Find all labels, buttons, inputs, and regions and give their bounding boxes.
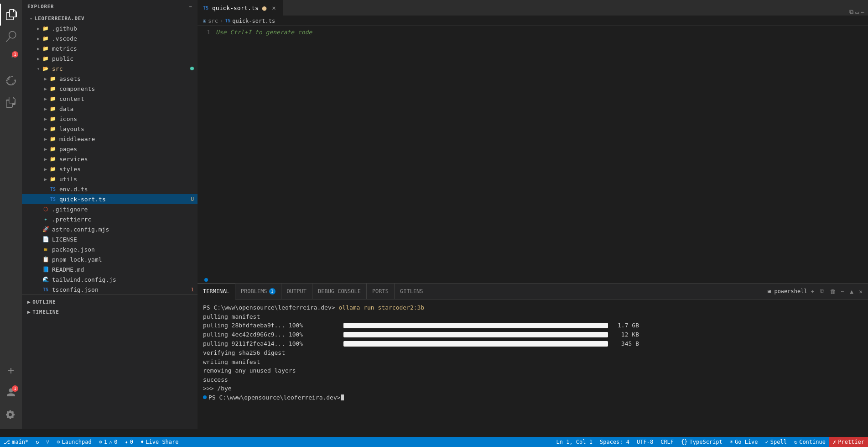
terminal-line-verifying: verifying sha256 digest — [203, 348, 863, 358]
root-folder-label: LEOFERREIRA.DEV — [35, 16, 84, 21]
terminal-more-icon[interactable]: ⋯ — [839, 288, 847, 295]
sidebar-bottom: ▶ OUTLINE ▶ TIMELINE — [22, 294, 198, 319]
tree-item-layouts[interactable]: ▶ 📁 layouts — [22, 124, 198, 134]
terminal-tab-ports[interactable]: PORTS — [367, 284, 395, 300]
tab-bar: TS quick-sort.ts ● ✕ ⧉ ▭ ⋯ — [198, 0, 868, 16]
spell-icon: ✓ — [765, 439, 769, 445]
activity-bar-remote[interactable] — [0, 360, 22, 382]
breadcrumb-src-label: src — [208, 18, 218, 24]
tree-item-services[interactable]: ▶ 📁 services — [22, 154, 198, 164]
terminal-tab-debug[interactable]: DEBUG CONSOLE — [312, 284, 367, 300]
toggle-panel-icon[interactable]: ▭ — [855, 9, 859, 16]
activity-bar-settings[interactable] — [0, 404, 22, 426]
progress-label-2: pulling 4ec42cd966c9... 100% — [203, 330, 340, 339]
status-spaces[interactable]: Spaces: 4 — [596, 437, 633, 447]
tree-item-components[interactable]: ▶ 📁 components — [22, 84, 198, 94]
tree-item-data[interactable]: ▶ 📁 data — [22, 104, 198, 114]
item-label-github: .github — [52, 25, 198, 32]
status-spell[interactable]: ✓ Spell — [762, 437, 790, 447]
tree-item-assets[interactable]: ▶ 📁 assets — [22, 74, 198, 84]
tree-item-prettierrc[interactable]: ▶ ✦ .prettierrc — [22, 214, 198, 224]
editor-body: 1 Use Ctrl+I to generate code TERMINAL P… — [198, 26, 868, 429]
activity-bar-search[interactable] — [0, 26, 22, 47]
tree-item-gitignore[interactable]: ▶ ⬡ .gitignore — [22, 204, 198, 214]
terminal-trash-icon[interactable]: 🗑 — [828, 288, 837, 295]
split-editor-icon[interactable]: ⧉ — [849, 8, 853, 16]
item-label-services: services — [59, 156, 198, 163]
tree-item-quick-sort[interactable]: ▶ TS quick-sort.ts U — [22, 194, 198, 204]
tree-root-folder[interactable]: ▾ LEOFERREIRA.DEV — [22, 13, 198, 23]
folder-icon: 📁 — [42, 55, 49, 62]
terminal-tab-terminal[interactable]: TERMINAL — [198, 284, 235, 300]
status-branch[interactable]: ⎇ main* — [0, 437, 32, 447]
tree-item-license[interactable]: ▶ 📄 LICENSE — [22, 234, 198, 244]
tree-item-tailwind[interactable]: ▶ 🌊 tailwind.config.js — [22, 274, 198, 284]
spell-label: Spell — [770, 439, 787, 445]
terminal-tab-problems[interactable]: PROBLEMS 1 — [235, 284, 281, 300]
timeline-section-header[interactable]: ▶ TIMELINE — [22, 307, 198, 317]
terminal-content[interactable]: PS C:\www\opensource\leoferreira.dev> ol… — [198, 300, 868, 429]
terminal-maximize-icon[interactable]: ▲ — [848, 288, 855, 295]
arrow-right-icon: ▶ — [35, 45, 42, 52]
powershell-label: ⊞ powershell — [768, 288, 807, 294]
arrow-right-icon: ▶ — [35, 55, 42, 62]
tab-quick-sort[interactable]: TS quick-sort.ts ● ✕ — [198, 0, 283, 16]
tree-item-tsconfig[interactable]: ▶ TS tsconfig.json 1 — [22, 284, 198, 294]
arrow-right-icon: ▶ — [42, 155, 49, 163]
status-fork[interactable]: ⑂ — [42, 437, 53, 447]
status-position[interactable]: Ln 1, Col 1 — [553, 437, 596, 447]
tree-item-public[interactable]: ▶ 📁 public — [22, 53, 198, 63]
tree-item-readme[interactable]: ▶ 📘 README.md — [22, 264, 198, 274]
tailwind-icon: 🌊 — [42, 276, 49, 283]
editor-code-area[interactable]: 1 Use Ctrl+I to generate code — [198, 26, 868, 283]
tree-item-icons[interactable]: ▶ 📁 icons — [22, 114, 198, 124]
terminal-add-icon[interactable]: + — [809, 288, 816, 295]
tree-item-middleware[interactable]: ▶ 📁 middleware — [22, 134, 198, 144]
status-sync[interactable]: ↻ — [32, 437, 42, 447]
item-label-utils: utils — [59, 176, 198, 183]
activity-bar-source-control[interactable]: 1 — [0, 47, 22, 69]
tab-close-button[interactable]: ✕ — [270, 4, 277, 11]
terminal-tab-gitlens[interactable]: GITLENS — [395, 284, 429, 300]
terminal-tab-label: TERMINAL — [203, 288, 229, 294]
activity-bar-accounts[interactable]: 1 — [0, 382, 22, 404]
status-encoding[interactable]: UTF-8 — [633, 437, 657, 447]
tree-item-metrics[interactable]: ▶ 📁 metrics — [22, 43, 198, 53]
activity-bar-explorer[interactable] — [0, 4, 22, 26]
arrow-right-icon: ▶ — [42, 75, 49, 82]
tree-item-env[interactable]: ▶ TS env.d.ts — [22, 184, 198, 194]
status-continue[interactable]: ↻ Continue — [790, 437, 829, 447]
progress-bar-1 — [343, 323, 608, 328]
status-launchpad[interactable]: ⊙ Launchpad — [53, 437, 95, 447]
terminal-line-prompt: PS C:\www\opensource\leoferreira.dev> ol… — [203, 303, 863, 312]
terminal-split-icon[interactable]: ⧉ — [818, 288, 826, 295]
breadcrumb-src[interactable]: ⊞ src — [203, 18, 218, 24]
outline-section-header[interactable]: ▶ OUTLINE — [22, 297, 198, 307]
status-live-share[interactable]: ♦ Live Share — [137, 437, 182, 447]
tree-item-styles[interactable]: ▶ 📁 styles — [22, 164, 198, 174]
activity-bar-debug[interactable] — [0, 69, 22, 91]
status-go-live[interactable]: ☀ Go Live — [726, 437, 762, 447]
tree-item-pages[interactable]: ▶ 📁 pages — [22, 144, 198, 154]
status-prettier[interactable]: ✗ Prettier — [829, 437, 868, 447]
terminal-close-icon[interactable]: ✕ — [857, 288, 864, 295]
bell-icon: ✦ — [125, 439, 128, 445]
tree-item-astro-config[interactable]: ▶ 🚀 astro.config.mjs — [22, 224, 198, 234]
more-actions-icon[interactable]: ⋯ — [861, 9, 864, 16]
sidebar-more-icon[interactable]: ⋯ — [189, 4, 192, 10]
tree-item-pnpm-lock[interactable]: ▶ 📋 pnpm-lock.yaml — [22, 254, 198, 264]
tree-item-utils[interactable]: ▶ 📁 utils — [22, 174, 198, 184]
status-notifications[interactable]: ✦ 0 — [121, 437, 137, 447]
status-errors[interactable]: ⊙ 1 △ 0 — [95, 437, 121, 447]
status-eol[interactable]: CRLF — [657, 437, 677, 447]
tree-item-content[interactable]: ▶ 📁 content — [22, 94, 198, 104]
tree-item-github[interactable]: ▶ 📁 .github — [22, 23, 198, 33]
tree-item-vscode[interactable]: ▶ 📁 .vscode — [22, 33, 198, 43]
terminal-tab-output[interactable]: OUTPUT — [281, 284, 312, 300]
status-language[interactable]: {} TypeScript — [677, 437, 726, 447]
activity-bar-extensions[interactable] — [0, 91, 22, 113]
breadcrumb-file[interactable]: TS quick-sort.ts — [225, 18, 275, 24]
tree-item-src[interactable]: ▾ 📂 src — [22, 63, 198, 74]
tree-item-package-json[interactable]: ▶ ⊞ package.json — [22, 244, 198, 254]
terminal-cursor — [341, 394, 344, 400]
